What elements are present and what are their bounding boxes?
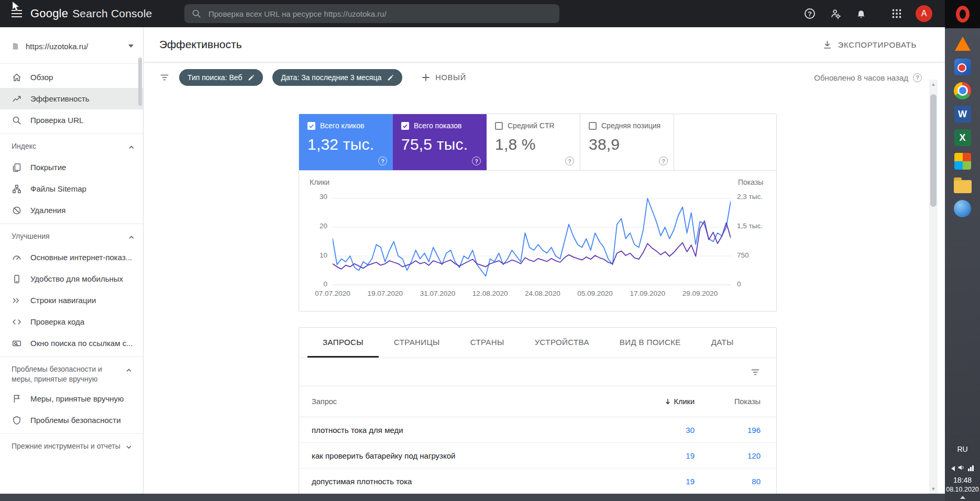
sidebar-item-core-web-vitals[interactable]: Основные интернет-показ...	[0, 247, 143, 268]
y-axis-tick: 20	[310, 222, 327, 230]
impressions-cell: 120	[695, 451, 761, 460]
y-axis-tick: 30	[310, 193, 327, 201]
smartphone-icon	[12, 274, 22, 284]
tray-clock-time[interactable]: 18:48	[953, 476, 972, 484]
sidebar-item-manual-actions[interactable]: Меры, принятые вручную	[0, 388, 143, 409]
opera-icon[interactable]	[945, 0, 980, 28]
scroll-up-arrow[interactable]: ▲	[929, 81, 938, 88]
tab-dates[interactable]: ДАТЫ	[696, 328, 749, 358]
user-settings-icon[interactable]	[830, 8, 841, 19]
sidebar-item-sitelinks-searchbox[interactable]: Окно поиска по ссылкам с...	[0, 332, 143, 354]
search-input[interactable]	[207, 9, 552, 19]
query-cell: плотность тока для меди	[312, 426, 632, 435]
checkbox-unchecked-icon[interactable]	[495, 122, 503, 130]
photo-app-icon[interactable]	[954, 58, 972, 76]
taskbar-arrow[interactable]	[960, 496, 965, 499]
divider	[0, 63, 143, 64]
metric-label: Всего кликов	[320, 121, 364, 130]
sidebar-section-legacy[interactable]: Прежние инструменты и отчеты	[0, 437, 140, 457]
help-icon[interactable]: ?	[378, 157, 387, 165]
tab-pages[interactable]: СТРАНИЦЫ	[379, 328, 455, 358]
table-header-row: Запрос Клики Показы	[299, 386, 776, 417]
scrollbar-thumb[interactable]	[930, 94, 937, 207]
tab-countries[interactable]: СТРАНЫ	[455, 328, 520, 358]
tab-devices[interactable]: УСТРОЙСТВА	[520, 328, 604, 358]
help-icon[interactable]: ?	[913, 73, 922, 82]
logo-google: Google	[30, 7, 68, 20]
apps-grid-icon[interactable]	[891, 8, 902, 19]
sidebar-section-security[interactable]: Проблемы безопасности и меры, принятые в…	[0, 360, 140, 388]
chrome-icon[interactable]	[954, 82, 972, 99]
menu-icon[interactable]	[8, 5, 26, 23]
main-scrollbar[interactable]: ▲ ▼	[929, 80, 938, 494]
checkbox-checked-icon[interactable]	[307, 122, 315, 130]
table-row[interactable]: допустимая плотность тока 19 80	[299, 469, 776, 494]
sidebar-item-overview[interactable]: Обзор	[0, 66, 143, 88]
help-icon[interactable]: ?	[565, 157, 574, 165]
volume-icon[interactable]	[957, 464, 965, 471]
top-app-bar: Google Search Console ? A	[0, 0, 945, 27]
sidebar-item-url-inspection[interactable]: Проверка URL	[0, 109, 143, 131]
sidebar-item-label: Основные интернет-показ...	[30, 253, 132, 262]
table-row[interactable]: как проверить батарейку под нагрузкой 19…	[299, 443, 776, 469]
metric-tile-average-position[interactable]: Средняя позиция 38,9 ?	[580, 114, 674, 170]
left-axis-label: Клики	[310, 178, 329, 186]
office-app-icon[interactable]	[954, 152, 972, 170]
metric-tile-total-impressions[interactable]: Всего показов 75,5 тыс. ?	[393, 114, 487, 170]
sidebar-item-mobile-usability[interactable]: Удобство для мобильных	[0, 268, 143, 290]
hidden-icons-arrow[interactable]	[951, 466, 955, 471]
tray-clock-date[interactable]: 08.10.2020	[946, 486, 979, 493]
clicks-cell: 19	[632, 477, 695, 486]
checkbox-unchecked-icon[interactable]	[589, 122, 597, 130]
column-header-clicks[interactable]: Клики	[632, 397, 695, 406]
sidebar-scrollbar-thumb[interactable]	[138, 58, 142, 106]
vlc-icon[interactable]	[954, 35, 972, 52]
table-filter-icon[interactable]	[750, 367, 761, 377]
browser-globe-icon[interactable]	[954, 199, 972, 217]
metric-tile-total-clicks[interactable]: Всего кликов 1,32 тыс. ?	[299, 114, 393, 170]
table-filter-row	[299, 358, 776, 386]
column-header-query[interactable]: Запрос	[312, 397, 632, 406]
sidebar-item-removals[interactable]: Удаления	[0, 199, 143, 221]
x-axis-tick-label: 12.08.2020	[467, 290, 514, 297]
account-avatar[interactable]: A	[916, 5, 932, 22]
excel-icon[interactable]: X	[954, 129, 972, 147]
sidebar-item-coverage[interactable]: Покрытие	[0, 157, 143, 178]
export-button[interactable]: ЭКСПОРТИРОВАТЬ	[817, 36, 922, 54]
sidebar-section-index[interactable]: Индекс	[0, 137, 143, 157]
dimensions-table-card: ЗАПРОСЫ СТРАНИЦЫ СТРАНЫ УСТРОЙСТВА ВИД В…	[299, 327, 777, 494]
notifications-bell-icon[interactable]	[856, 8, 866, 19]
help-icon[interactable]: ?	[659, 157, 668, 165]
sidebar-item-sitemaps[interactable]: Файлы Sitemap	[0, 178, 143, 199]
metric-tile-average-ctr[interactable]: Средний CTR 1,8 % ?	[487, 114, 580, 170]
app-logo[interactable]: Google Search Console	[30, 7, 152, 20]
property-selector[interactable]: https://uzotoka.ru/	[0, 31, 143, 61]
x-axis-tick-label: 31.07.2020	[414, 290, 461, 297]
filter-chip-search-type[interactable]: Тип поиска: Веб	[179, 69, 263, 86]
filter-chip-date-range[interactable]: Дата: За последние 3 месяца	[272, 69, 402, 86]
sidebar-section-enhancements[interactable]: Улучшения	[0, 227, 143, 247]
new-filter-button[interactable]: НОВЫЙ	[418, 72, 469, 83]
column-header-impressions[interactable]: Показы	[695, 397, 761, 406]
tab-search-appearance[interactable]: ВИД В ПОИСКЕ	[604, 328, 696, 358]
checkbox-checked-icon[interactable]	[401, 122, 409, 130]
table-row[interactable]: плотность тока для меди 30 196	[299, 417, 776, 443]
property-icon	[12, 42, 19, 50]
tray-language[interactable]: RU	[957, 445, 967, 453]
sidebar-item-label: Покрытие	[30, 163, 66, 172]
sidebar-item-performance[interactable]: Эффективность	[0, 88, 143, 109]
sidebar-item-breadcrumbs[interactable]: Строки навигации	[0, 290, 143, 311]
tab-queries[interactable]: ЗАПРОСЫ	[307, 328, 379, 358]
scroll-down-arrow[interactable]: ▼	[929, 485, 938, 493]
sidebar-item-label: Проблемы безопасности	[30, 416, 121, 425]
sidebar-item-security-issues[interactable]: Проблемы безопасности	[0, 409, 143, 431]
word-icon[interactable]: W	[954, 105, 972, 123]
filter-funnel-icon[interactable]	[159, 72, 170, 83]
help-icon[interactable]: ?	[805, 8, 815, 19]
help-icon[interactable]: ?	[472, 157, 481, 165]
x-axis-tick-label: 29.09.2020	[677, 290, 724, 297]
folder-icon[interactable]	[954, 176, 972, 194]
url-inspection-searchbar[interactable]	[184, 4, 559, 23]
sidebar-item-code-check[interactable]: Проверка кода	[0, 311, 143, 332]
network-signal-icon[interactable]	[967, 465, 974, 471]
